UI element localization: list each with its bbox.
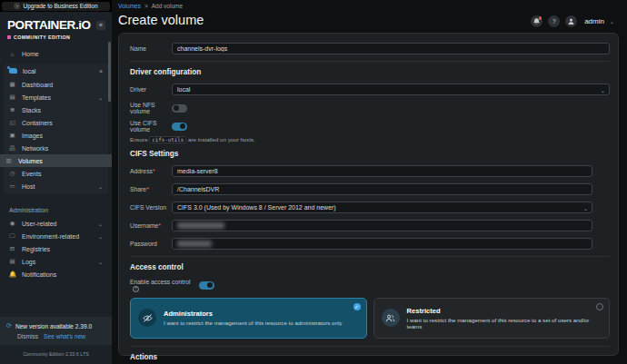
breadcrumb: Volumes > Add volume — [118, 0, 623, 9]
breadcrumb-current: Add volume — [152, 3, 183, 9]
sidebar: ↑ Upgrade to Business Edition PORTAINER.… — [0, 0, 112, 364]
sidebar-item-images[interactable]: ▣ Images — [4, 129, 108, 142]
chevron-down-icon: ⌄ — [98, 221, 103, 227]
user-avatar[interactable] — [565, 15, 577, 27]
administrators-desc: I want to restrict the management of thi… — [164, 320, 342, 326]
ownership-restricted-card[interactable]: Restricted I want to restrict the manage… — [373, 298, 611, 339]
environment-box: local × ▦ Dashboard ▤ Templates ⌄ ≣ Stac… — [4, 64, 108, 194]
sidebar-item-home[interactable]: ⌂ Home — [4, 47, 108, 60]
share-label: Share* — [130, 186, 172, 192]
header-actions: ? admin ⌄ — [531, 15, 614, 27]
sidebar-nav: ⌂ Home local × ▦ Dashboard ▤ Templates ⌄ — [0, 45, 112, 311]
chevron-down-icon: ⌄ — [583, 205, 588, 212]
radio-checked-icon[interactable]: ✓ — [353, 303, 361, 310]
enable-access-toggle[interactable] — [199, 281, 214, 290]
close-icon[interactable]: × — [99, 68, 103, 74]
sidebar-item-notifications[interactable]: 🔔 Notifications — [4, 268, 108, 280]
sidebar-item-templates[interactable]: ▤ Templates ⌄ — [4, 91, 108, 103]
templates-icon: ▤ — [9, 93, 15, 101]
sidebar-collapse-button[interactable]: « — [96, 21, 105, 30]
sidebar-item-networks[interactable]: 品 Networks — [4, 142, 108, 154]
share-input[interactable] — [172, 183, 592, 195]
sidebar-item-dashboard[interactable]: ▦ Dashboard — [4, 78, 108, 91]
volumes-icon: ▥ — [5, 157, 12, 164]
cifs-volume-toggle[interactable] — [172, 123, 187, 131]
sidebar-item-registries[interactable]: ⊟ Registries — [4, 242, 108, 255]
update-text: New version available 2.39.0 — [15, 323, 92, 330]
environment-local[interactable]: local × — [4, 64, 108, 78]
ownership-administrators-card[interactable]: Administrators I want to restrict the ma… — [130, 298, 367, 339]
username-row: Username* — [130, 220, 610, 231]
cifs-utils-code: cifs-utils — [149, 136, 186, 143]
access-control-heading: Access control — [130, 263, 610, 271]
driver-row: Driver local ⌄ — [130, 84, 610, 95]
nfs-toggle-row: Use NFS volume — [130, 102, 610, 114]
images-icon: ▣ — [9, 132, 15, 139]
sidebar-item-volumes[interactable]: ▥ Volumes — [0, 154, 112, 167]
sidebar-item-containers[interactable]: ◱ Containers — [4, 116, 108, 129]
users-group-icon — [382, 309, 400, 327]
driver-select[interactable]: local ⌄ — [172, 84, 610, 95]
top-strip: ↑ Upgrade to Business Edition — [0, 0, 112, 12]
sidebar-item-stacks[interactable]: ≣ Stacks — [4, 103, 108, 116]
upgrade-icon: ↑ — [14, 3, 20, 9]
password-input[interactable] — [172, 238, 592, 250]
nfs-toggle-label: Use NFS volume — [130, 102, 172, 114]
restricted-desc: I want to restrict the management of thi… — [407, 317, 602, 330]
cifs-toggle-label: Use CIFS volume — [130, 120, 172, 133]
driver-configuration-heading: Driver configuration — [130, 68, 610, 76]
cifs-note: Ensure cifs-utils are installed on your … — [130, 136, 610, 143]
redacted-password-value — [177, 241, 212, 247]
logs-icon: ▤ — [9, 258, 15, 265]
administrators-title: Administrators — [164, 310, 342, 318]
address-input[interactable] — [172, 165, 592, 177]
radio-unchecked-icon[interactable] — [596, 303, 603, 310]
upgrade-button[interactable]: ↑ Upgrade to Business Edition — [2, 2, 110, 11]
home-icon: ⌂ — [9, 51, 15, 57]
eye-slash-icon — [138, 309, 156, 327]
events-icon: ◷ — [9, 170, 15, 177]
share-row: Share* — [130, 183, 610, 195]
containers-icon: ◱ — [9, 119, 15, 126]
password-label: Password — [130, 241, 172, 247]
sidebar-item-environment-related[interactable]: 🖵 Environment-related ⌄ — [4, 230, 108, 242]
username-label[interactable]: admin — [584, 17, 604, 25]
name-label: Name — [130, 45, 172, 52]
cifs-toggle-row: Use CIFS volume — [130, 120, 610, 133]
update-notice: ⟳ New version available 2.39.0 Dismiss S… — [0, 317, 112, 345]
chevron-down-icon: ⌄ — [98, 94, 103, 101]
networks-icon: 品 — [9, 144, 15, 152]
create-volume-card: Name Driver configuration Driver local ⌄… — [118, 33, 619, 356]
username-input[interactable] — [172, 220, 592, 231]
sidebar-item-logs[interactable]: ▤ Logs ⌄ — [4, 255, 108, 268]
dismiss-link[interactable]: Dismiss — [17, 333, 38, 339]
sidebar-item-events[interactable]: ◷ Events — [4, 167, 108, 180]
upgrade-label: Upgrade to Business Edition — [23, 3, 97, 9]
enable-access-row: Enable access control? — [130, 279, 610, 292]
chevron-down-icon[interactable]: ⌄ — [610, 18, 614, 25]
administration-section-label: Administration — [4, 200, 108, 217]
cifs-version-row: CIFS Version CIFS 3.0 (Used by Windows 8… — [130, 202, 610, 213]
address-row: Address* — [130, 165, 610, 177]
edition-badge-icon — [7, 35, 11, 39]
actions-heading: Actions — [130, 353, 610, 361]
help-button[interactable]: ? — [548, 15, 560, 27]
divider — [130, 256, 610, 257]
notifications-button[interactable] — [531, 15, 542, 27]
nfs-volume-toggle[interactable] — [172, 104, 187, 113]
whats-new-link[interactable]: See what's new — [44, 333, 85, 339]
chevron-down-icon: ⌄ — [98, 233, 103, 240]
sidebar-scrollbar[interactable] — [108, 42, 111, 102]
cifs-version-select[interactable]: CIFS 3.0 (Used by Windows 8 / Server 201… — [172, 202, 592, 213]
edition-version-label: Community Edition 2.33.6 LTS — [0, 345, 112, 364]
breadcrumb-volumes-link[interactable]: Volumes — [118, 3, 141, 9]
name-input[interactable] — [172, 43, 610, 54]
sidebar-item-user-related[interactable]: ◉ User-related ⌄ — [4, 217, 108, 230]
name-row: Name — [130, 43, 610, 54]
sidebar-item-host[interactable]: ▭ Host ⌄ — [4, 180, 108, 192]
ownership-options: Administrators I want to restrict the ma… — [130, 298, 610, 339]
environments-icon: 🖵 — [9, 232, 15, 240]
docker-whale-icon — [9, 68, 17, 74]
registries-icon: ⊟ — [9, 245, 15, 252]
chevron-down-icon: ⌄ — [98, 183, 103, 190]
